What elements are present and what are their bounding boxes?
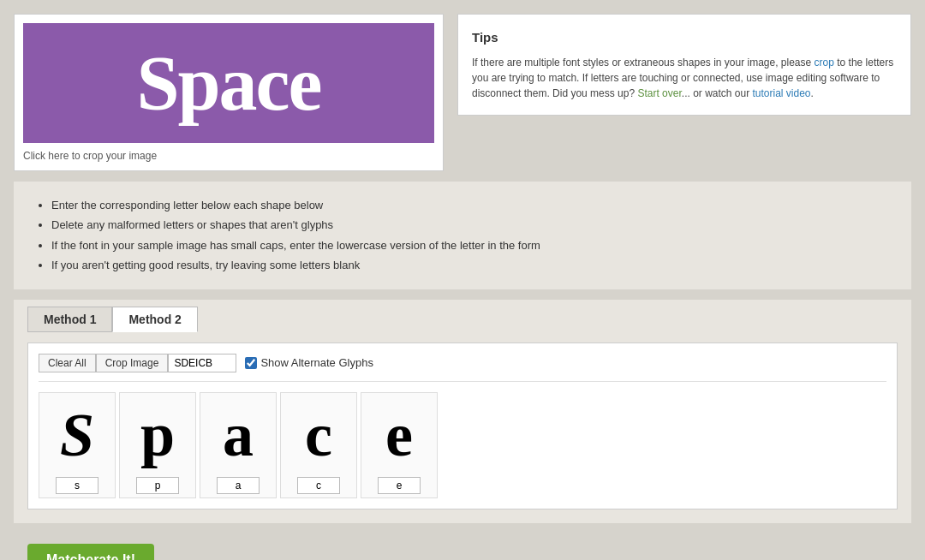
instructions-list: Enter the corresponding letter below eac…	[34, 195, 891, 276]
crop-link[interactable]: crop	[815, 57, 834, 69]
tab-bar: Method 1 Method 2	[27, 307, 898, 332]
glyph-item-c: c	[280, 392, 357, 498]
glyph-item-s: S	[39, 392, 116, 498]
glyph-char-s: S	[60, 396, 94, 474]
tab-method1[interactable]: Method 1	[27, 307, 112, 332]
tips-text-part1: If there are multiple font styles or ext…	[472, 57, 815, 69]
start-over-link[interactable]: Start over	[637, 87, 681, 99]
instruction-item-4: If you aren't getting good results, try …	[51, 255, 891, 275]
glyphs-panel: Clear All Crop Image Show Alternate Glyp…	[27, 343, 898, 509]
glyph-char-e: e	[385, 396, 413, 474]
glyph-item-p: p	[119, 392, 196, 498]
instruction-item-3: If the font in your sample image has sma…	[51, 235, 891, 255]
glyph-input-c[interactable]	[297, 477, 340, 494]
tab-method2[interactable]: Method 2	[112, 307, 197, 332]
sample-image[interactable]: Space	[23, 23, 434, 143]
tips-title: Tips	[472, 28, 897, 48]
clear-all-button[interactable]: Clear All	[39, 354, 96, 372]
glyph-char-c: c	[305, 396, 332, 474]
bottom-section: Matcherate It! 6 shapes detected and 4 g…	[14, 533, 911, 560]
tips-panel: Tips If there are multiple font styles o…	[457, 14, 911, 116]
glyphs-input-field[interactable]	[168, 354, 236, 372]
crop-image-button[interactable]: Crop Image	[96, 354, 169, 372]
methods-section: Method 1 Method 2 Clear All Crop Image S…	[14, 300, 911, 523]
glyphs-container: S p a c e	[39, 392, 886, 498]
crop-hint: Click here to crop your image	[23, 150, 434, 162]
glyph-item-e: e	[361, 392, 438, 498]
glyph-char-p: p	[140, 396, 175, 474]
instructions-section: Enter the corresponding letter below eac…	[14, 182, 911, 289]
show-alternate-glyphs-text: Show Alternate Glyphs	[260, 356, 373, 369]
show-alternate-glyphs-checkbox[interactable]	[245, 357, 257, 369]
glyph-item-a: a	[200, 392, 277, 498]
top-section: Space Click here to crop your image Tips…	[14, 14, 911, 171]
glyph-input-s[interactable]	[56, 477, 98, 494]
instruction-item-2: Delete any malformed letters or shapes t…	[51, 215, 891, 235]
image-panel: Space Click here to crop your image	[14, 14, 444, 171]
tips-text-part3: ... or watch our	[682, 87, 753, 99]
matcherate-button[interactable]: Matcherate It!	[27, 544, 154, 560]
tips-text-part4: .	[811, 87, 814, 99]
page-wrapper: Space Click here to crop your image Tips…	[0, 0, 925, 560]
glyph-input-p[interactable]	[136, 477, 179, 494]
glyph-input-e[interactable]	[378, 477, 421, 494]
instruction-item-1: Enter the corresponding letter below eac…	[51, 195, 891, 215]
sample-image-text: Space	[137, 39, 321, 128]
glyph-input-a[interactable]	[217, 477, 260, 494]
glyph-char-a: a	[223, 396, 254, 474]
tutorial-link[interactable]: tutorial video	[753, 87, 811, 99]
show-alternate-glyphs-label[interactable]: Show Alternate Glyphs	[245, 356, 373, 369]
glyphs-toolbar: Clear All Crop Image Show Alternate Glyp…	[39, 354, 886, 382]
tips-text: If there are multiple font styles or ext…	[472, 55, 897, 101]
